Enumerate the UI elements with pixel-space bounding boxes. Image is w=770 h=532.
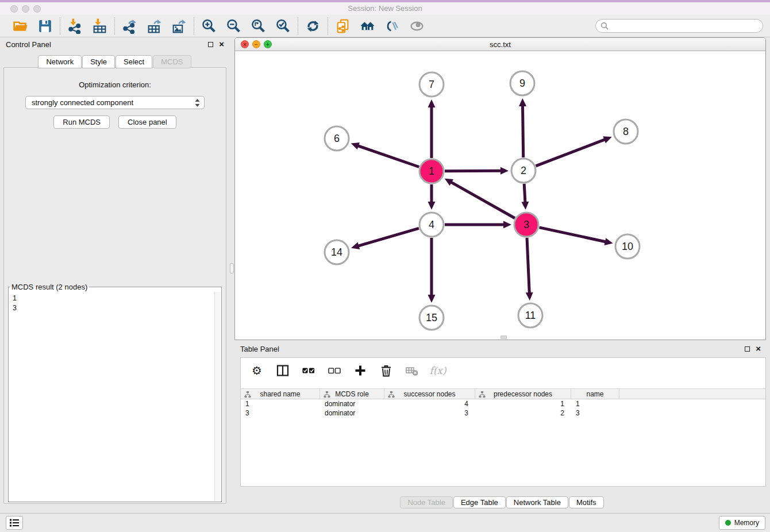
tab-network-table[interactable]: Network Table	[506, 496, 568, 508]
close-panel-button[interactable]: Close panel	[118, 115, 176, 129]
node-table: shared name MCDS role successor nodes pr…	[241, 388, 765, 418]
column-header-shared-name[interactable]: shared name	[241, 389, 320, 399]
home-icon	[360, 18, 375, 34]
graph-edge-1-2[interactable]	[445, 171, 502, 171]
function-builder-button[interactable]: f(x)	[431, 364, 445, 377]
float-table-panel-icon[interactable]	[745, 346, 750, 352]
zoom-fit-button[interactable]	[251, 18, 266, 34]
graph-edge-3-11[interactable]	[527, 238, 529, 294]
graph-edge-arrowhead	[351, 242, 360, 249]
optimization-criterion-label: Optimization criterion:	[4, 80, 226, 89]
save-icon	[37, 18, 53, 34]
zoom-group	[194, 18, 298, 34]
tab-motifs[interactable]: Motifs	[569, 496, 604, 508]
table-header-row: shared name MCDS role successor nodes pr…	[241, 388, 765, 399]
checked-boxes-icon	[302, 364, 315, 377]
refresh-layout-button[interactable]	[305, 18, 321, 34]
graph-edge-arrowhead	[519, 98, 526, 106]
graph-node-label-9: 9	[519, 78, 525, 89]
tab-network[interactable]: Network	[38, 55, 82, 68]
task-list-icon	[9, 518, 20, 528]
export-image-button[interactable]	[171, 18, 187, 34]
mcds-panel: Optimization criterion: strongly connect…	[3, 67, 226, 504]
zoom-selected-icon	[275, 18, 291, 34]
network-window-titlebar[interactable]: × − + scc.txt	[235, 38, 765, 51]
splitter-grip[interactable]	[230, 263, 234, 273]
tab-style[interactable]: Style	[82, 55, 115, 68]
panel-splitter[interactable]	[230, 37, 234, 507]
column-header-name[interactable]: name	[571, 389, 619, 399]
run-mcds-button[interactable]: Run MCDS	[53, 115, 110, 129]
show-graphics-details-button[interactable]	[409, 18, 425, 34]
column-header-successor-nodes[interactable]: successor nodes	[384, 389, 475, 399]
show-columns-button[interactable]	[276, 364, 290, 377]
table-row[interactable]: 1 dominator 4 1 1	[241, 399, 765, 408]
eye-icon	[409, 18, 425, 34]
result-scrollbar[interactable]	[214, 292, 221, 501]
zoom-out-button[interactable]	[226, 18, 241, 34]
graph-edge-2-8[interactable]	[536, 139, 606, 166]
graph-edge-1-6[interactable]	[357, 145, 419, 167]
plus-icon	[353, 364, 367, 377]
delete-table-button[interactable]	[405, 364, 419, 377]
add-row-button[interactable]	[353, 364, 367, 377]
open-session-button[interactable]	[13, 18, 28, 34]
table-panel-title: Table Panel	[240, 345, 279, 353]
memory-button[interactable]: Memory	[719, 516, 765, 530]
column-header-predecessor-nodes[interactable]: predecessor nodes	[475, 389, 571, 399]
import-network-icon	[67, 18, 83, 34]
criterion-dropdown[interactable]: strongly connected component	[25, 96, 205, 109]
gear-icon: ⚙	[252, 364, 262, 377]
delete-rows-button[interactable]	[379, 364, 393, 377]
graph-node-label-15: 15	[426, 312, 437, 323]
tab-mcds[interactable]: MCDS	[153, 55, 191, 68]
export-network-button[interactable]	[122, 18, 137, 34]
horizontal-splitter-grip[interactable]	[500, 336, 507, 339]
main-toolbar	[0, 15, 770, 37]
graph-edge-2-3[interactable]	[524, 184, 525, 203]
search-box[interactable]	[595, 19, 763, 33]
tab-edge-table[interactable]: Edge Table	[453, 496, 506, 508]
zoom-in-icon	[201, 18, 217, 34]
graph-node-label-2: 2	[521, 165, 526, 176]
graph-edge-3-1[interactable]	[450, 182, 515, 218]
graph-edge-arrowhead	[500, 167, 509, 175]
close-panel-icon[interactable]: ×	[219, 41, 224, 48]
zoom-selected-button[interactable]	[275, 18, 291, 34]
search-input[interactable]	[611, 22, 758, 30]
graph-edge-arrowhead	[503, 221, 511, 229]
graph-edge-4-14[interactable]	[357, 228, 419, 246]
deselect-all-rows-button[interactable]	[328, 364, 341, 377]
tab-select[interactable]: Select	[116, 55, 152, 68]
import-table-button[interactable]	[92, 18, 107, 34]
task-history-button[interactable]	[6, 516, 23, 530]
hide-details-icon	[384, 18, 400, 34]
graph-edge-2-9[interactable]	[522, 105, 523, 157]
select-all-rows-button[interactable]	[302, 364, 315, 377]
table-tabs: Node Table Edge Table Network Table Moti…	[234, 496, 770, 508]
export-image-icon	[171, 18, 187, 34]
graph-node-label-8: 8	[623, 126, 629, 137]
zoom-fit-icon	[251, 18, 266, 34]
zoom-in-button[interactable]	[201, 18, 217, 34]
float-panel-icon[interactable]	[208, 42, 213, 47]
fx-icon: f(x)	[429, 365, 446, 376]
export-group	[115, 18, 194, 34]
home-fit-content-button[interactable]	[360, 18, 375, 34]
column-header-mcds-role[interactable]: MCDS role	[320, 389, 384, 399]
import-network-button[interactable]	[67, 18, 83, 34]
view-group	[328, 18, 432, 34]
graph-edge-3-10[interactable]	[539, 228, 606, 242]
export-table-button[interactable]	[147, 18, 162, 34]
table-row[interactable]: 3 dominator 3 2 3	[241, 408, 765, 418]
close-table-panel-icon[interactable]: ×	[756, 345, 761, 352]
graph-edge-arrowhead	[428, 99, 436, 107]
table-options-button[interactable]: ⚙	[250, 364, 264, 377]
hide-graphics-details-button[interactable]	[384, 18, 400, 34]
copy-network-style-button[interactable]	[335, 18, 351, 34]
mcds-result-text[interactable]: 1 3	[10, 292, 213, 500]
save-session-button[interactable]	[37, 18, 53, 34]
tab-node-table[interactable]: Node Table	[400, 496, 453, 508]
graph-edge-arrowhead	[351, 142, 360, 149]
network-canvas[interactable]: 1234678910111415	[236, 52, 765, 339]
